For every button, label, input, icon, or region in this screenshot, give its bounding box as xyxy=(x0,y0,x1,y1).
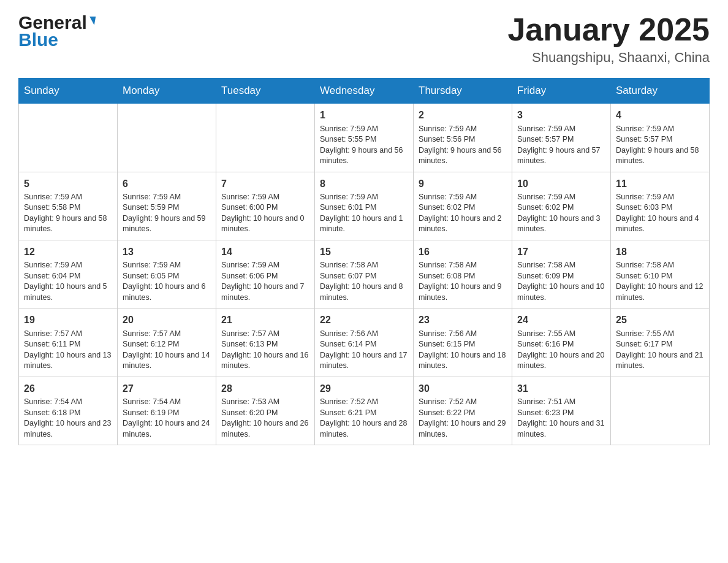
calendar-week-row: 12Sunrise: 7:59 AM Sunset: 6:04 PM Dayli… xyxy=(19,240,710,308)
day-info: Sunrise: 7:58 AM Sunset: 6:09 PM Dayligh… xyxy=(517,260,605,303)
day-number: 19 xyxy=(24,313,112,327)
day-number: 9 xyxy=(419,177,507,191)
calendar-cell: 27Sunrise: 7:54 AM Sunset: 6:19 PM Dayli… xyxy=(118,377,216,445)
day-number: 21 xyxy=(221,313,309,327)
calendar-header-sunday: Sunday xyxy=(19,79,118,104)
calendar-cell: 19Sunrise: 7:57 AM Sunset: 6:11 PM Dayli… xyxy=(19,308,118,377)
day-info: Sunrise: 7:59 AM Sunset: 6:00 PM Dayligh… xyxy=(221,192,309,235)
day-number: 10 xyxy=(517,177,605,191)
calendar-cell: 10Sunrise: 7:59 AM Sunset: 6:02 PM Dayli… xyxy=(512,172,611,240)
day-info: Sunrise: 7:59 AM Sunset: 6:05 PM Dayligh… xyxy=(123,260,211,303)
calendar-cell: 29Sunrise: 7:52 AM Sunset: 6:21 PM Dayli… xyxy=(315,377,414,445)
logo: General Blue xyxy=(18,12,95,50)
calendar-cell: 21Sunrise: 7:57 AM Sunset: 6:13 PM Dayli… xyxy=(216,308,315,377)
day-number: 17 xyxy=(517,245,605,259)
page-header: General Blue January 2025 Shuangshipu, S… xyxy=(18,12,710,66)
day-number: 6 xyxy=(123,177,211,191)
day-number: 28 xyxy=(221,382,309,396)
day-number: 24 xyxy=(517,313,605,327)
day-number: 13 xyxy=(123,245,211,259)
calendar-cell: 20Sunrise: 7:57 AM Sunset: 6:12 PM Dayli… xyxy=(118,308,216,377)
day-info: Sunrise: 7:59 AM Sunset: 6:04 PM Dayligh… xyxy=(24,260,112,303)
calendar-cell: 14Sunrise: 7:59 AM Sunset: 6:06 PM Dayli… xyxy=(216,240,315,308)
calendar-cell: 22Sunrise: 7:56 AM Sunset: 6:14 PM Dayli… xyxy=(315,308,414,377)
day-info: Sunrise: 7:59 AM Sunset: 5:57 PM Dayligh… xyxy=(616,124,704,167)
day-number: 14 xyxy=(221,245,309,259)
day-info: Sunrise: 7:58 AM Sunset: 6:10 PM Dayligh… xyxy=(616,260,704,303)
day-info: Sunrise: 7:59 AM Sunset: 6:06 PM Dayligh… xyxy=(221,260,309,303)
logo-arrow-icon xyxy=(88,17,96,25)
day-info: Sunrise: 7:56 AM Sunset: 6:15 PM Dayligh… xyxy=(419,329,507,372)
calendar-cell: 30Sunrise: 7:52 AM Sunset: 6:22 PM Dayli… xyxy=(414,377,512,445)
calendar-cell: 12Sunrise: 7:59 AM Sunset: 6:04 PM Dayli… xyxy=(19,240,118,308)
day-info: Sunrise: 7:59 AM Sunset: 5:58 PM Dayligh… xyxy=(24,192,112,235)
calendar-cell xyxy=(19,104,118,172)
calendar-cell: 15Sunrise: 7:58 AM Sunset: 6:07 PM Dayli… xyxy=(315,240,414,308)
logo-blue-text: Blue xyxy=(18,29,58,50)
day-number: 31 xyxy=(517,382,605,396)
day-number: 7 xyxy=(221,177,309,191)
day-number: 20 xyxy=(123,313,211,327)
day-number: 1 xyxy=(320,109,408,122)
calendar-header-saturday: Saturday xyxy=(611,79,710,104)
location-title: Shuangshipu, Shaanxi, China xyxy=(507,50,710,66)
calendar-cell: 31Sunrise: 7:51 AM Sunset: 6:23 PM Dayli… xyxy=(512,377,611,445)
day-info: Sunrise: 7:59 AM Sunset: 6:03 PM Dayligh… xyxy=(616,192,704,235)
day-info: Sunrise: 7:59 AM Sunset: 6:02 PM Dayligh… xyxy=(419,192,507,235)
day-info: Sunrise: 7:51 AM Sunset: 6:23 PM Dayligh… xyxy=(517,397,605,440)
calendar-header-tuesday: Tuesday xyxy=(216,79,315,104)
calendar-cell: 28Sunrise: 7:53 AM Sunset: 6:20 PM Dayli… xyxy=(216,377,315,445)
calendar-table: SundayMondayTuesdayWednesdayThursdayFrid… xyxy=(18,78,710,445)
day-info: Sunrise: 7:52 AM Sunset: 6:21 PM Dayligh… xyxy=(320,397,408,440)
day-info: Sunrise: 7:59 AM Sunset: 5:57 PM Dayligh… xyxy=(517,124,605,167)
calendar-cell: 16Sunrise: 7:58 AM Sunset: 6:08 PM Dayli… xyxy=(414,240,512,308)
calendar-cell: 18Sunrise: 7:58 AM Sunset: 6:10 PM Dayli… xyxy=(611,240,710,308)
day-number: 29 xyxy=(320,382,408,396)
calendar-header-wednesday: Wednesday xyxy=(315,79,414,104)
calendar-cell: 1Sunrise: 7:59 AM Sunset: 5:55 PM Daylig… xyxy=(315,104,414,172)
day-info: Sunrise: 7:59 AM Sunset: 6:01 PM Dayligh… xyxy=(320,192,408,235)
day-number: 12 xyxy=(24,245,112,259)
day-number: 26 xyxy=(24,382,112,396)
day-info: Sunrise: 7:54 AM Sunset: 6:18 PM Dayligh… xyxy=(24,397,112,440)
calendar-cell: 3Sunrise: 7:59 AM Sunset: 5:57 PM Daylig… xyxy=(512,104,611,172)
day-number: 18 xyxy=(616,245,704,259)
day-info: Sunrise: 7:52 AM Sunset: 6:22 PM Dayligh… xyxy=(419,397,507,440)
day-info: Sunrise: 7:54 AM Sunset: 6:19 PM Dayligh… xyxy=(123,397,211,440)
day-info: Sunrise: 7:59 AM Sunset: 6:02 PM Dayligh… xyxy=(517,192,605,235)
day-info: Sunrise: 7:55 AM Sunset: 6:17 PM Dayligh… xyxy=(616,329,704,372)
day-info: Sunrise: 7:57 AM Sunset: 6:13 PM Dayligh… xyxy=(221,329,309,372)
calendar-cell: 24Sunrise: 7:55 AM Sunset: 6:16 PM Dayli… xyxy=(512,308,611,377)
day-number: 5 xyxy=(24,177,112,191)
day-info: Sunrise: 7:59 AM Sunset: 5:56 PM Dayligh… xyxy=(419,124,507,167)
title-block: January 2025 Shuangshipu, Shaanxi, China xyxy=(507,12,710,66)
calendar-cell: 5Sunrise: 7:59 AM Sunset: 5:58 PM Daylig… xyxy=(19,172,118,240)
calendar-cell: 7Sunrise: 7:59 AM Sunset: 6:00 PM Daylig… xyxy=(216,172,315,240)
calendar-header-row: SundayMondayTuesdayWednesdayThursdayFrid… xyxy=(19,79,710,104)
calendar-cell: 8Sunrise: 7:59 AM Sunset: 6:01 PM Daylig… xyxy=(315,172,414,240)
calendar-cell xyxy=(216,104,315,172)
day-number: 23 xyxy=(419,313,507,327)
day-number: 22 xyxy=(320,313,408,327)
calendar-cell: 9Sunrise: 7:59 AM Sunset: 6:02 PM Daylig… xyxy=(414,172,512,240)
month-title: January 2025 xyxy=(507,12,710,47)
calendar-cell: 11Sunrise: 7:59 AM Sunset: 6:03 PM Dayli… xyxy=(611,172,710,240)
day-number: 2 xyxy=(419,109,507,122)
calendar-week-row: 19Sunrise: 7:57 AM Sunset: 6:11 PM Dayli… xyxy=(19,308,710,377)
calendar-cell: 6Sunrise: 7:59 AM Sunset: 5:59 PM Daylig… xyxy=(118,172,216,240)
calendar-cell: 17Sunrise: 7:58 AM Sunset: 6:09 PM Dayli… xyxy=(512,240,611,308)
day-number: 25 xyxy=(616,313,704,327)
calendar-week-row: 1Sunrise: 7:59 AM Sunset: 5:55 PM Daylig… xyxy=(19,104,710,172)
day-info: Sunrise: 7:59 AM Sunset: 5:59 PM Dayligh… xyxy=(123,192,211,235)
day-info: Sunrise: 7:55 AM Sunset: 6:16 PM Dayligh… xyxy=(517,329,605,372)
day-info: Sunrise: 7:58 AM Sunset: 6:07 PM Dayligh… xyxy=(320,260,408,303)
calendar-cell: 26Sunrise: 7:54 AM Sunset: 6:18 PM Dayli… xyxy=(19,377,118,445)
day-info: Sunrise: 7:57 AM Sunset: 6:11 PM Dayligh… xyxy=(24,329,112,372)
day-number: 15 xyxy=(320,245,408,259)
day-number: 8 xyxy=(320,177,408,191)
calendar-week-row: 26Sunrise: 7:54 AM Sunset: 6:18 PM Dayli… xyxy=(19,377,710,445)
calendar-cell xyxy=(118,104,216,172)
day-number: 16 xyxy=(419,245,507,259)
day-number: 3 xyxy=(517,109,605,122)
day-info: Sunrise: 7:56 AM Sunset: 6:14 PM Dayligh… xyxy=(320,329,408,372)
